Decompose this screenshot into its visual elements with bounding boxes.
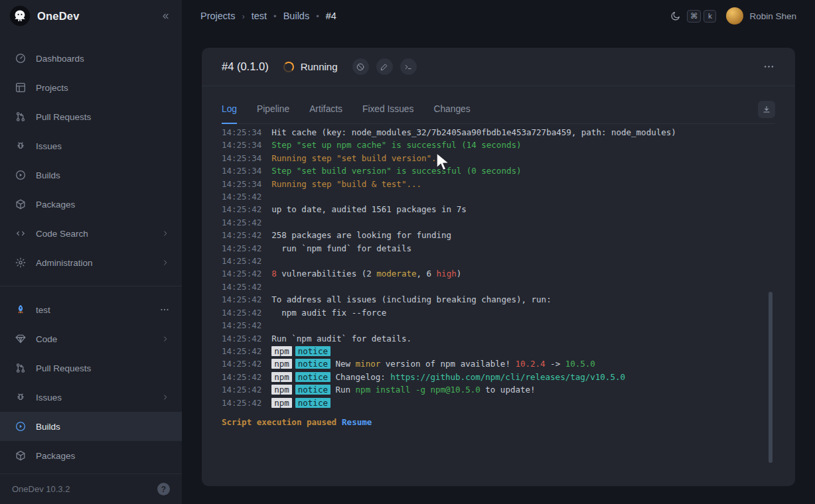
tab-changes[interactable]: Changes: [433, 104, 470, 124]
sidebar-item-label: Dashboards: [36, 54, 170, 64]
sidebar-item-code-search[interactable]: Code Search: [0, 219, 182, 248]
build-card: #4 (0.1.0) Running LogPipelineArtifactsF…: [202, 48, 795, 486]
sidebar-item-administration[interactable]: Administration: [0, 248, 182, 277]
breadcrumb-separator: •: [273, 11, 277, 21]
sidebar: OneDev DashboardsProjectsPull RequestsIs…: [0, 0, 182, 504]
sidebar-item-projects[interactable]: Projects: [0, 73, 182, 102]
breadcrumb-separator: •: [316, 11, 319, 21]
tab-fixed-issues[interactable]: Fixed Issues: [362, 104, 413, 124]
pause-banner: Script execution pausedResume: [222, 417, 775, 427]
page-content: #4 (0.1.0) Running LogPipelineArtifactsF…: [182, 32, 815, 504]
log-timestamp: 14:25:42: [222, 230, 261, 240]
user-name[interactable]: Robin Shen: [749, 11, 796, 21]
log-text: Changelog:: [331, 372, 390, 382]
command-palette-shortcut[interactable]: ⌘k: [687, 10, 717, 23]
breadcrumb-item-builds[interactable]: Builds: [283, 11, 310, 21]
build-actions: [352, 58, 417, 75]
log-line: 14:25:42Run `npm audit` for details.: [222, 332, 775, 345]
build-more-button[interactable]: [763, 60, 775, 73]
web-terminal-button[interactable]: [400, 58, 417, 75]
tab-log[interactable]: Log: [222, 104, 237, 124]
sidebar-menu: DashboardsProjectsPull RequestsIssuesBui…: [0, 32, 182, 473]
help-button[interactable]: ?: [157, 483, 170, 495]
log-line: 14:25:42npmnotice Run npm install -g npm…: [222, 383, 775, 396]
log-line: 14:25:42: [222, 190, 775, 203]
packages-icon: [15, 450, 27, 462]
sidebar-item-dashboards[interactable]: Dashboards: [0, 44, 182, 73]
chevron-right-icon: [161, 229, 170, 238]
log-timestamp: 14:25:42: [222, 308, 261, 318]
log-text: to update!: [481, 385, 536, 395]
dark-mode-toggle-icon[interactable]: [670, 11, 681, 22]
issues-icon: [15, 391, 27, 403]
log-timestamp: 14:25:42: [222, 320, 261, 330]
notice-badge: notice: [295, 372, 331, 382]
log-text: 10.2.4: [515, 359, 545, 369]
breadcrumb-item-test[interactable]: test: [252, 11, 267, 21]
sidebar-item-pull-requests[interactable]: Pull Requests: [0, 102, 182, 131]
log-line: 14:25:42: [222, 319, 775, 332]
log-line: 14:25:42: [222, 216, 775, 229]
build-log: 14:25:34Hit cache (key: node_modules_32/…: [222, 125, 775, 409]
log-text: New: [331, 359, 356, 369]
npm-badge: npm: [271, 346, 292, 356]
edit-build-button[interactable]: [376, 58, 393, 75]
log-line: 14:25:34Running step "set build version"…: [222, 152, 775, 164]
sidebar-item-packages[interactable]: Packages: [0, 441, 182, 470]
breadcrumb-item-projects[interactable]: Projects: [200, 11, 235, 21]
sidebar-item-pull-requests[interactable]: Pull Requests: [0, 353, 182, 383]
sidebar-item-code[interactable]: Code: [0, 324, 182, 353]
sidebar-item-builds[interactable]: Builds: [0, 412, 182, 441]
log-line: 14:25:42 npm audit fix --force: [222, 306, 775, 319]
log-text: Running step "set build version"...: [271, 153, 446, 163]
sidebar-collapse-button[interactable]: [160, 11, 171, 22]
sidebar-project-test[interactable]: test: [0, 295, 182, 324]
sidebar-item-builds[interactable]: Builds: [0, 160, 182, 190]
log-timestamp: 14:25:42: [222, 204, 261, 214]
dashboard-icon: [15, 52, 27, 64]
avatar[interactable]: [726, 7, 743, 25]
log-timestamp: 14:25:34: [222, 140, 261, 150]
build-title: #4 (0.1.0): [222, 60, 269, 73]
pause-text: Script execution paused: [222, 417, 336, 427]
topbar-right: ⌘k Robin Shen: [670, 7, 796, 25]
log-text: version of npm available!: [380, 359, 515, 369]
log-text: Step "set build version" is successful (…: [271, 166, 521, 176]
log-timestamp: 14:25:42: [222, 346, 261, 356]
log-text: vulnerabilities (2: [277, 269, 377, 279]
cancel-build-button[interactable]: [352, 58, 369, 75]
sidebar-item-label: Packages: [36, 451, 170, 461]
sidebar-item-label: Code: [36, 334, 151, 344]
download-log-button[interactable]: [758, 101, 775, 118]
brand-name: OneDev: [37, 10, 80, 23]
project-name: test: [36, 305, 150, 315]
log-timestamp: 14:25:34: [222, 179, 261, 189]
log-scrollbar[interactable]: [769, 292, 773, 463]
sidebar-item-packages[interactable]: Packages: [0, 190, 182, 219]
log-line: 14:25:42npmnotice New minor version of n…: [222, 357, 775, 370]
pull-request-icon: [15, 111, 27, 123]
log-timestamp: 14:25:42: [222, 398, 261, 408]
log-text: 258 packages are looking for funding: [271, 230, 451, 240]
version-label: OneDev 10.3.2: [12, 484, 70, 494]
log-link[interactable]: https://github.com/npm/cli/releases/tag/…: [390, 372, 625, 382]
project-more-button[interactable]: [159, 304, 170, 315]
sidebar-item-label: Packages: [36, 200, 170, 210]
log-text: Run: [331, 385, 356, 395]
sidebar-item-issues[interactable]: Issues: [0, 383, 182, 412]
administration-icon: [15, 257, 27, 269]
sidebar-item-label: Builds: [36, 422, 170, 432]
sidebar-item-issues[interactable]: Issues: [0, 131, 182, 160]
log-timestamp: 14:25:42: [222, 359, 261, 369]
log-text: npm install -g npm@10.5.0: [356, 385, 481, 395]
chevron-right-icon: [161, 334, 170, 344]
code-icon: [15, 333, 27, 345]
chevron-right-icon: [161, 393, 170, 402]
tab-pipeline[interactable]: Pipeline: [257, 104, 289, 124]
kbd-key: k: [704, 10, 716, 23]
resume-link[interactable]: Resume: [342, 417, 372, 427]
tab-artifacts[interactable]: Artifacts: [309, 104, 342, 124]
log-text: 8: [271, 269, 277, 279]
main-area: Projects›test•Builds•#4 ⌘k Robin Shen #4…: [182, 0, 815, 504]
log-text: minor: [356, 359, 381, 369]
